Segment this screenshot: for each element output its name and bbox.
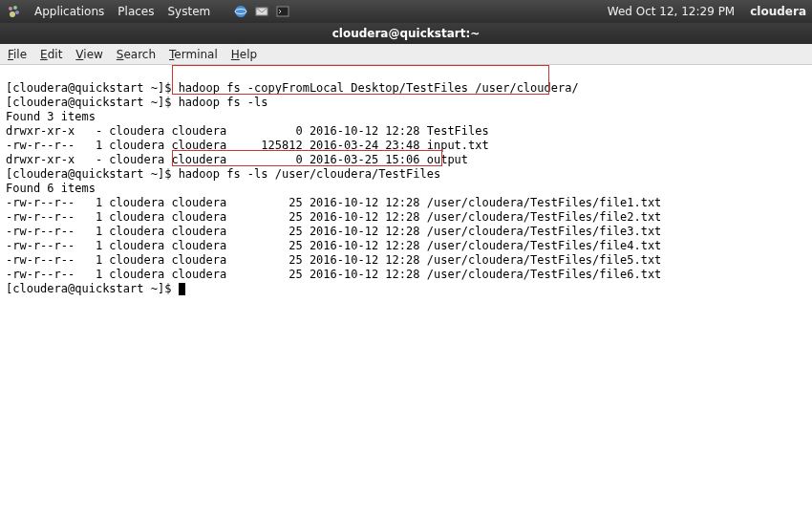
output-line: Found 3 items [6,110,96,123]
terminal-launcher-icon[interactable] [275,4,290,19]
places-menu[interactable]: Places [118,5,154,18]
panel-left-menus: Applications Places System [6,4,290,19]
window-title-bar: cloudera@quickstart:~ [0,23,812,44]
svg-point-2 [15,11,19,14]
menu-help[interactable]: Help [231,48,257,61]
output-line: -rw-r--r-- 1 cloudera cloudera 25 2016-1… [6,225,661,238]
prompt: [cloudera@quickstart ~]$ [6,81,179,95]
cmd-copyfromlocal: hadoop fs -copyFromLocal Desktop/TestFil… [179,81,579,95]
menu-terminal[interactable]: Terminal [169,48,218,61]
svg-point-3 [10,11,15,17]
output-line: -rw-r--r-- 1 cloudera cloudera 25 2016-1… [6,196,661,209]
cmd-ls: hadoop fs -ls [179,96,268,109]
panel-launchers [233,4,290,19]
user-menu[interactable]: cloudera [750,5,806,18]
menu-file[interactable]: File [8,48,27,61]
output-line: drwxr-xr-x - cloudera cloudera 0 2016-10… [6,124,489,138]
output-line: -rw-r--r-- 1 cloudera cloudera 25 2016-1… [6,268,661,281]
window-title: cloudera@quickstart:~ [332,27,481,40]
mail-icon[interactable] [254,4,269,19]
menu-search[interactable]: Search [117,48,156,61]
applications-menu[interactable]: Applications [34,5,104,18]
terminal-output[interactable]: [cloudera@quickstart ~]$ hadoop fs -copy… [0,65,812,341]
svg-point-1 [13,6,17,10]
system-menu[interactable]: System [167,5,210,18]
output-line: -rw-r--r-- 1 cloudera cloudera 25 2016-1… [6,239,661,252]
menu-edit[interactable]: Edit [40,48,62,61]
menu-view[interactable]: View [75,48,102,61]
panel-right: Wed Oct 12, 12:29 PM cloudera [608,5,806,18]
gnome-top-panel: Applications Places System Wed Oct 12, 1… [0,0,812,23]
output-line: drwxr-xr-x - cloudera cloudera 0 2016-03… [6,153,468,166]
svg-rect-7 [277,7,288,16]
terminal-menubar: FileEditViewSearchTerminalHelp [0,44,812,65]
output-line: -rw-r--r-- 1 cloudera cloudera 25 2016-1… [6,210,661,224]
cursor [179,283,185,295]
prompt: [cloudera@quickstart ~]$ [6,167,179,181]
svg-point-0 [9,7,12,11]
prompt: [cloudera@quickstart ~]$ [6,96,179,109]
svg-point-4 [235,6,246,17]
output-line: -rw-r--r-- 1 cloudera cloudera 25 2016-1… [6,253,661,267]
output-line: -rw-r--r-- 1 cloudera cloudera 125812 20… [6,139,489,152]
output-line: Found 6 items [6,182,96,195]
browser-icon[interactable] [233,4,248,19]
cmd-ls-testfiles: hadoop fs -ls /user/cloudera/TestFiles [179,167,441,181]
prompt: [cloudera@quickstart ~]$ [6,282,179,295]
clock[interactable]: Wed Oct 12, 12:29 PM [608,5,735,18]
foot-icon [6,4,21,19]
